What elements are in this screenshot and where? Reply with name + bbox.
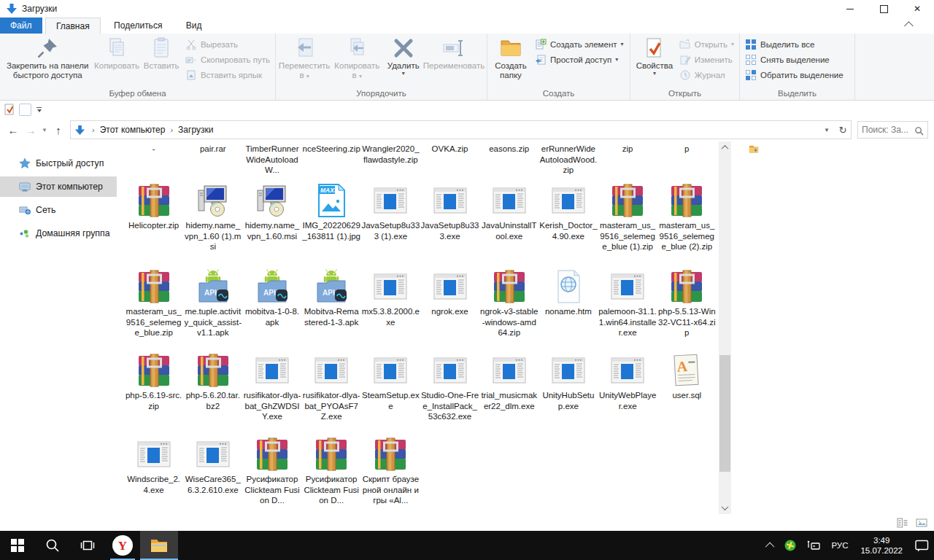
breadcrumb-this-pc[interactable]: Этот компьютер <box>100 125 166 135</box>
yandex-browser-button[interactable]: Y <box>105 531 140 560</box>
paste-button[interactable]: Вставить <box>141 35 182 82</box>
tab-view[interactable]: Вид <box>176 18 212 34</box>
file-explorer-button[interactable] <box>140 531 178 560</box>
delete-button[interactable]: Удалить ▾ <box>383 35 423 82</box>
address-dropdown-icon[interactable]: ▼ <box>819 121 835 139</box>
back-button[interactable]: ← <box>4 121 22 139</box>
file-item[interactable]: php-5.6.19-src.zip <box>124 351 183 435</box>
new-item-button[interactable]: Создать элемент ▾ <box>532 36 627 52</box>
maximize-button[interactable] <box>867 0 900 18</box>
select-all-button[interactable]: Выделить все <box>742 36 846 52</box>
file-item[interactable]: SteamSetup.exe <box>361 351 420 435</box>
file-item-partial[interactable]: pair.rar <box>183 141 242 182</box>
paste-shortcut-button[interactable]: Вставить ярлык <box>182 67 273 82</box>
file-item-partial[interactable]: nceSteering.zip <box>302 141 361 182</box>
forward-button[interactable]: → <box>22 121 39 139</box>
start-button[interactable] <box>0 531 35 560</box>
file-item-partial[interactable]: zip <box>598 141 657 182</box>
file-item[interactable]: noname.htm <box>539 268 598 351</box>
file-item[interactable]: Русификатор Clickteam Fusion D... <box>302 435 361 514</box>
file-item[interactable]: rusifikator-dlya-bat_PYOAsF7Z.exe <box>302 351 361 435</box>
thumbnail-view-button[interactable] <box>914 516 930 529</box>
scrollbar-thumb[interactable] <box>719 355 730 472</box>
file-item[interactable]: palemoon-31.1.1.win64.installer.exe <box>598 268 657 351</box>
details-view-button[interactable] <box>895 516 911 529</box>
history-button[interactable]: Журнал <box>676 67 737 82</box>
edit-button[interactable]: Изменить <box>676 52 737 67</box>
file-item[interactable]: trial_musicmaker22_dlm.exe <box>479 351 539 435</box>
file-item[interactable]: masteram_us_9516_selemege_blue (1).zip <box>598 182 657 268</box>
properties-mini-icon[interactable] <box>4 104 15 115</box>
properties-button[interactable]: Свойства ▾ <box>633 35 676 82</box>
file-item[interactable]: Русификатор Clickteam Fusion D... <box>242 435 301 514</box>
file-item[interactable]: UnityHubSetup.exe <box>539 351 598 435</box>
file-item[interactable]: APKme.tuple.activity_quick_assist-v1.1.a… <box>183 268 242 351</box>
tab-share[interactable]: Поделиться <box>104 18 172 34</box>
file-item[interactable]: UnityWebPlayer.exe <box>598 351 657 435</box>
refresh-icon[interactable]: ↻ <box>835 121 851 139</box>
file-item[interactable]: Windscribe_2.4.exe <box>124 435 183 514</box>
recent-locations-icon[interactable]: ▼ <box>39 121 50 139</box>
file-item[interactable]: hidemy.name_vpn_1.60.msi <box>242 182 301 268</box>
sidebar-item-quick-access[interactable]: Быстрый доступ <box>0 153 117 174</box>
file-item[interactable]: Скрипт браузерной онлайн игры «Al... <box>361 435 420 514</box>
open-button[interactable]: Открыть ▾ <box>676 36 737 52</box>
file-item[interactable]: Kerish_Doctor_4.90.exe <box>539 182 598 268</box>
file-item-partial[interactable]: TimberRunnerWideAutoloadW... <box>242 141 301 182</box>
breadcrumb-downloads[interactable]: Загрузки <box>178 125 213 135</box>
file-item[interactable]: hidemy.name_vpn_1.60 (1).msi <box>183 182 242 268</box>
file-item[interactable]: JavaSetup8u333 (1).exe <box>361 182 420 268</box>
file-item-partial[interactable]: - <box>124 141 183 182</box>
action-center-icon[interactable] <box>910 531 934 560</box>
pin-to-quick-access-button[interactable]: Закрепить на панели быстрого доступа <box>2 35 93 82</box>
search-input[interactable]: Поиск: За... <box>857 121 928 139</box>
close-button[interactable]: ✕ <box>900 0 934 18</box>
vertical-scrollbar[interactable] <box>719 141 731 514</box>
collapse-ribbon-icon[interactable] <box>904 21 914 31</box>
scroll-up-icon[interactable] <box>719 141 731 154</box>
tab-home[interactable]: Главная <box>45 18 101 34</box>
scroll-down-icon[interactable] <box>719 502 731 514</box>
sidebar-item-homegroup[interactable]: Домашняя группа <box>0 223 117 244</box>
invert-selection-button[interactable]: Обратить выделение <box>742 67 846 82</box>
select-none-button[interactable]: Снять выделение <box>742 52 846 67</box>
task-view-button[interactable] <box>70 531 105 560</box>
file-item[interactable]: Auser.sql <box>657 351 717 435</box>
file-item[interactable]: Studio-One-Free_InstallPack_53c632.exe <box>420 351 479 435</box>
copy-path-button[interactable]: Скопировать путь <box>182 52 273 67</box>
taskbar-search-button[interactable] <box>35 531 70 560</box>
file-item[interactable]: APKMobitva-Remastered-1-3.apk <box>302 268 361 351</box>
file-item[interactable]: JavaUninstallTool.exe <box>479 182 539 268</box>
move-to-button[interactable]: Переместить в ▾ <box>278 35 331 82</box>
rename-button[interactable]: Переименовать <box>423 35 485 82</box>
file-item[interactable]: php-5.5.13-Win32-VC11-x64.zip <box>657 268 717 351</box>
file-item[interactable]: WiseCare365_6.3.2.610.exe <box>183 435 242 514</box>
copy-button[interactable]: Копировать <box>93 35 140 82</box>
file-item[interactable]: Helicopter.zip <box>124 182 183 268</box>
file-item[interactable]: php-5.6.20.tar.bz2 <box>183 351 242 435</box>
up-button[interactable]: ↑ <box>50 121 67 139</box>
easy-access-button[interactable]: Простой доступ ▾ <box>532 52 627 67</box>
file-item[interactable]: rusifikator-dlya-bat_GhZWDSIY.exe <box>242 351 301 435</box>
new-folder-button[interactable]: Создать папку <box>490 35 532 82</box>
file-item[interactable]: ngrok.exe <box>420 268 479 351</box>
file-item-partial[interactable]: Wrangler2020_flawdastyle.zip <box>361 141 420 182</box>
copy-to-button[interactable]: Копировать в ▾ <box>331 35 383 82</box>
file-item[interactable]: masteram_us_9516_selemege_blue.zip <box>124 268 183 351</box>
file-item-partial[interactable]: erRunnerWideAutoloadWood.zip <box>539 141 598 182</box>
file-item[interactable]: APKmobitva-1-0-8.apk <box>242 268 301 351</box>
file-item[interactable]: mx5.3.8.2000.exe <box>361 268 420 351</box>
sidebar-item-this-pc[interactable]: Этот компьютер <box>0 176 117 197</box>
qat-empty-button[interactable] <box>19 104 31 116</box>
hidden-icons-chevron-icon[interactable] <box>763 531 779 560</box>
file-item[interactable]: ngrok-v3-stable-windows-amd64.zip <box>479 268 539 351</box>
tab-file[interactable]: Файл <box>0 18 42 34</box>
language-indicator[interactable]: РУС <box>826 531 853 560</box>
file-item-partial[interactable]: p <box>657 141 717 182</box>
address-bar[interactable]: › Этот компьютер › Загрузки ▼ ↻ <box>70 120 852 139</box>
taskbar-clock[interactable]: 3:49 15.07.2022 <box>853 535 910 556</box>
cut-button[interactable]: Вырезать <box>182 36 273 52</box>
file-item[interactable]: JavaSetup8u333.exe <box>420 182 479 268</box>
file-item[interactable]: MAX5IMG_20220629_163811 (1).jpg <box>302 182 361 268</box>
antivirus-tray-icon[interactable] <box>779 531 801 560</box>
